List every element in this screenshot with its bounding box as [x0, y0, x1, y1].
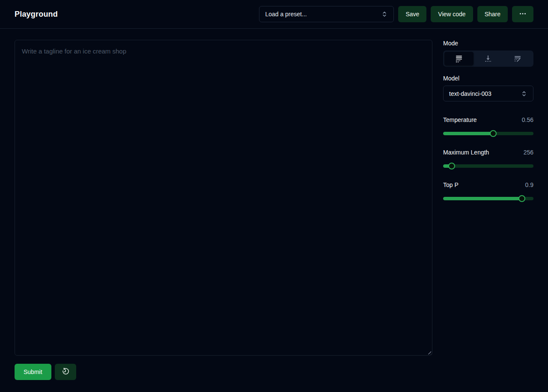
tab-complete-mode[interactable] [444, 52, 474, 65]
temperature-slider[interactable] [443, 130, 533, 137]
top-p-value: 0.9 [525, 181, 533, 188]
top-p-slider-thumb[interactable] [518, 195, 525, 202]
prompt-textarea[interactable] [15, 40, 432, 356]
temperature-label: Temperature [443, 116, 477, 123]
tab-edit-mode[interactable] [503, 52, 532, 65]
share-button[interactable]: Share [477, 6, 508, 22]
preset-select[interactable]: Load a preset... [259, 6, 394, 22]
model-label: Model [443, 75, 533, 82]
chevrons-up-down-icon [521, 90, 527, 97]
maximum-length-slider[interactable] [443, 163, 533, 169]
temperature-control: Temperature 0.56 [443, 116, 533, 137]
maximum-length-label: Maximum Length [443, 149, 489, 156]
mode-control: Mode [443, 40, 533, 75]
mode-label: Mode [443, 40, 533, 47]
history-counterclockwise-icon [61, 367, 70, 377]
editor-column: Submit [15, 40, 432, 380]
prompt-editor-wrap [15, 40, 432, 356]
insert-mode-icon [484, 55, 492, 62]
top-p-control: Top P 0.9 [443, 181, 533, 202]
history-button[interactable] [55, 364, 76, 380]
temperature-value: 0.56 [522, 116, 533, 123]
playground-content: Submit Mode [0, 29, 548, 392]
tab-insert-mode[interactable] [474, 52, 503, 65]
view-code-button[interactable]: View code [431, 6, 473, 22]
maximum-length-control: Maximum Length 256 [443, 149, 533, 169]
top-p-slider[interactable] [443, 195, 533, 202]
model-control: Model text-davinci-003 [443, 75, 533, 116]
save-button[interactable]: Save [398, 6, 426, 22]
top-p-label: Top P [443, 181, 459, 188]
temperature-slider-thumb[interactable] [490, 130, 497, 137]
maximum-length-slider-thumb[interactable] [448, 163, 455, 169]
preset-select-value: Load a preset... [265, 11, 307, 18]
slider-track [443, 132, 533, 135]
slider-track [443, 164, 533, 168]
top-bar: Playground Load a preset... Save View co… [0, 0, 548, 29]
page-title: Playground [15, 10, 58, 19]
complete-mode-icon [455, 55, 463, 62]
edit-mode-icon [514, 55, 521, 62]
model-select-value: text-davinci-003 [449, 90, 491, 97]
dots-horizontal-icon [519, 10, 527, 19]
header-actions: Load a preset... Save View code Share [259, 6, 533, 22]
model-select[interactable]: text-davinci-003 [443, 86, 533, 101]
more-options-button[interactable] [512, 6, 533, 22]
mode-tabs [443, 50, 533, 67]
maximum-length-value: 256 [524, 149, 533, 156]
editor-actions: Submit [15, 364, 432, 380]
settings-sidebar: Mode [443, 40, 533, 380]
chevrons-up-down-icon [381, 11, 388, 18]
submit-button[interactable]: Submit [15, 364, 51, 380]
